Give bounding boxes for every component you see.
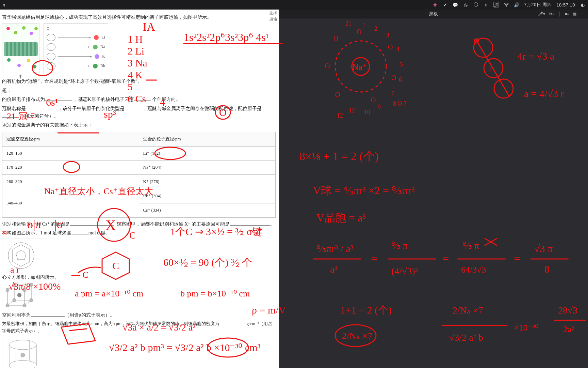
flower-icon[interactable]: ❀ <box>432 2 438 7</box>
svg-point-9 <box>23 288 26 292</box>
check-icon[interactable]: ✔ <box>442 2 448 7</box>
para-intro: 普华强课题组借用足球烯核心，成功实现了高效且选择性可精准定制的离子跨膜运输，如图… <box>2 14 276 21</box>
para-q: 题： <box>2 87 276 94</box>
svg-point-6 <box>30 298 33 302</box>
svg-marker-2 <box>13 245 30 266</box>
svg-point-13 <box>9 340 36 350</box>
chat-icon[interactable]: 💬 <box>453 2 458 7</box>
figure-fullerene <box>2 238 46 272</box>
clock-date[interactable]: 7月20日 周四 <box>524 2 552 8</box>
para-util: 空间利用率为（用含π的式子表示）。 <box>2 311 276 319</box>
table-row: 120–150Li⁺ (152) <box>2 146 276 160</box>
svg-point-14 <box>9 361 36 368</box>
table-row: 170–220Na⁺ (204) <box>2 160 276 175</box>
figure-legend: 选择 运输 O = Li Na K Rb <box>44 23 108 74</box>
svg-point-10 <box>30 283 33 287</box>
grid-icon[interactable]: ▦ <box>573 12 576 16</box>
clock-time[interactable]: 18:57:10 <box>556 2 575 7</box>
wifi-icon[interactable] <box>504 2 509 7</box>
fig-caption: 甲 <box>2 74 39 80</box>
ime-indicator[interactable]: 拼 <box>493 2 499 7</box>
bluetooth-icon[interactable]: ᚼ <box>483 2 489 7</box>
table-row: 260–320K⁺ (276) <box>2 175 276 189</box>
th-ion: 适合的粒子直径/pm <box>139 132 276 146</box>
svg-point-15 <box>21 353 25 357</box>
data-table: 冠醚空腔直径/pm适合的粒子直径/pm 120–150Li⁺ (152) 170… <box>2 132 276 218</box>
volume-icon[interactable]: 🔊 <box>514 2 519 7</box>
system-menubar: n ❀ ✔ 💬 ◎ ⓘ ᚼ 拼 🔊 7月20日 周四 18:57:10 ◐ <box>0 0 588 10</box>
svg-marker-3 <box>16 250 26 260</box>
table-row: 340–430Rb⁺ (304) <box>2 189 276 203</box>
para-econf: 的价层电子排布式为 ，基态K原子的核外电子云有 个伸展方向。 <box>2 96 276 103</box>
blackboard-panel[interactable] <box>279 18 588 368</box>
para-reason: 识别和运输 Na⁺ 和 Cs⁺ 的原因是 。观察图甲，冠醚不能识别和运输 X⁻ … <box>2 220 276 228</box>
para-density: 方最密堆积，如图丁所示。锂晶胞中底边长为a pm，高为b pm，设Nₐ为阿伏加德… <box>2 320 276 335</box>
power-icon[interactable]: ◐ <box>580 2 585 7</box>
figure-membrane: 甲 <box>2 23 39 74</box>
info-icon[interactable]: ⓘ <box>473 2 478 7</box>
svg-point-11 <box>13 283 16 287</box>
share-icon[interactable]: ⧉▾ <box>549 12 554 16</box>
svg-point-8 <box>6 288 9 292</box>
para-sigma: 构构如图乙所示。1 mol 足球烯含mol σ 键。 <box>2 229 276 237</box>
svg-point-4 <box>6 304 9 307</box>
mic-icon[interactable]: 🎤▾ <box>538 12 545 16</box>
th-cavity: 冠醚空腔直径/pm <box>2 132 139 146</box>
camera-icon[interactable]: ■▪ <box>565 12 569 16</box>
svg-point-12 <box>17 293 21 297</box>
status-tray: ❀ ✔ 💬 ◎ ⓘ ᚼ 拼 🔊 7月20日 周四 18:57:10 ◐ <box>432 2 585 8</box>
para-tablelead: 识别的碱金属离子的有关数据如下表所示： <box>2 121 276 129</box>
svg-point-5 <box>23 304 26 307</box>
target-icon[interactable]: ◎ <box>463 2 468 7</box>
svg-point-7 <box>13 298 16 302</box>
more-icon[interactable]: ⋯ <box>581 12 585 16</box>
para-bcc: 心立方堆积，如图丙所示。 <box>2 274 276 281</box>
para-hybrid: 冠醚名称是 ，该分子中氧原子的杂化类型是 ，冠醚与碱金属离子之间存在微弱的配位键… <box>2 105 276 120</box>
svg-point-0 <box>506 6 507 7</box>
document-panel: 普华强课题组借用足球烯核心，成功实现了高效且选择性可精准定制的离子跨膜运输，如图… <box>0 10 279 368</box>
app-name[interactable]: n <box>3 2 5 7</box>
para-crown: 的有机物为“冠醚”，命名规则是“环上原子个数-冠醚-氧原子个数”。 <box>2 78 276 85</box>
window-toolbar: 🎤▾ ⧉▾ │ ■▪ ▦ ⋯ <box>538 10 585 18</box>
figure-hcp <box>2 336 46 368</box>
svg-point-1 <box>8 243 34 269</box>
figure-bcc <box>2 283 36 310</box>
divider: │ <box>558 12 561 16</box>
legend-title: 选择 运输 <box>270 10 277 22</box>
